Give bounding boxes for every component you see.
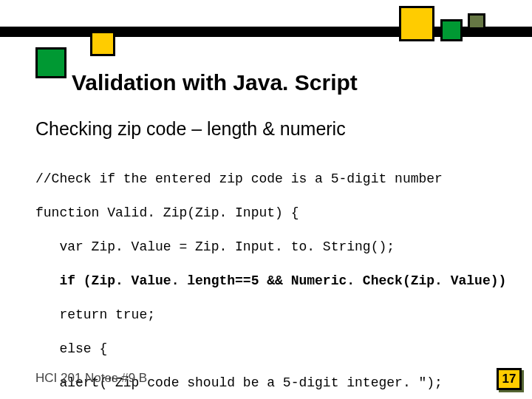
code-line: return true; xyxy=(35,307,506,324)
code-block: //Check if the entered zip code is a 5-d… xyxy=(35,154,506,399)
code-line: if (Zip. Value. length==5 && Numeric. Ch… xyxy=(35,273,506,290)
slide-subtitle: Checking zip code – length & numeric xyxy=(35,118,346,140)
page-number: 17 xyxy=(502,372,516,386)
decoration-square-yellow-small xyxy=(90,31,115,56)
decoration-square-darkgreen xyxy=(468,13,485,30)
footer-text: HCI 201 Notes #9 B xyxy=(35,371,147,386)
code-line: function Valid. Zip(Zip. Input) { xyxy=(35,205,506,222)
decoration-square-yellow xyxy=(399,6,434,41)
code-line: else { xyxy=(35,341,506,358)
decoration-square-green-large xyxy=(35,47,66,78)
slide-title: Validation with Java. Script xyxy=(72,70,358,95)
code-line: var Zip. Value = Zip. Input. to. String(… xyxy=(35,239,506,256)
page-number-badge: 17 xyxy=(497,368,522,390)
decoration-square-green xyxy=(440,19,463,41)
code-line: //Check if the entered zip code is a 5-d… xyxy=(35,171,506,188)
